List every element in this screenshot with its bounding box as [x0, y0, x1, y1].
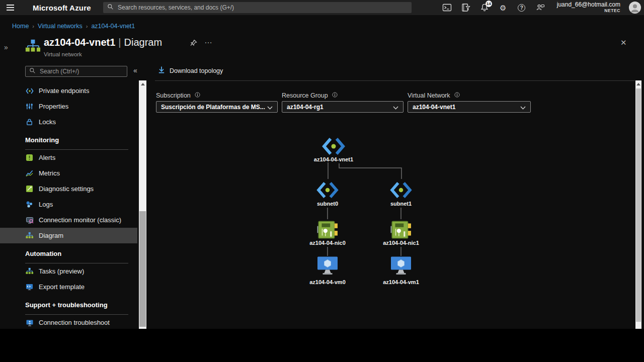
subscription-dropdown[interactable]: Suscripción de Plataformas de MS...: [156, 101, 278, 113]
sidebar-item-connection-monitor-classic[interactable]: Connection monitor (classic): [0, 212, 137, 228]
sidebar-item-label: Export template: [39, 283, 85, 291]
vm0-node-icon[interactable]: [316, 256, 339, 278]
virtual-network-value: az104-04-vnet1: [413, 104, 520, 111]
sidebar-item-label: Connection monitor (classic): [39, 216, 121, 224]
avatar[interactable]: [629, 2, 641, 14]
sidebar-item-properties[interactable]: Properties: [0, 99, 137, 114]
vm1-node-icon[interactable]: [389, 256, 413, 278]
sidebar-item-metrics[interactable]: Metrics: [0, 165, 137, 181]
sidebar-section-monitoring: Monitoring: [25, 135, 128, 150]
sidebar-item-alerts[interactable]: Alerts: [0, 150, 137, 165]
top-bar: Microsoft Azure 14 ⚙ ? juand: [0, 0, 644, 15]
nic1-node-icon[interactable]: [390, 219, 412, 242]
content-scrollbar-thumb[interactable]: [636, 88, 641, 322]
chevron-down-icon: [393, 103, 398, 112]
sidebar-item-private-endpoints[interactable]: Private endpoints: [0, 83, 137, 99]
account-tenant: NETEC: [557, 9, 620, 14]
vm0-node-label: az104-04-vm0: [292, 279, 363, 285]
collapse-menu-icon[interactable]: «: [133, 66, 137, 74]
logs-icon: [25, 200, 34, 209]
subnet1-node-icon[interactable]: [389, 182, 413, 201]
breadcrumb-current[interactable]: az104-04-vnet1: [91, 23, 135, 30]
resource-group-value: az104-04-rg1: [287, 104, 393, 111]
more-options-icon[interactable]: …: [204, 36, 213, 45]
nic0-node-label: az104-04-nic0: [292, 240, 363, 246]
breadcrumb-separator-icon: ›: [32, 23, 34, 29]
sidebar-section-automation: Automation: [25, 248, 128, 263]
title-separator: |: [118, 37, 121, 48]
resource-group-label: Resource Group: [282, 92, 338, 100]
properties-icon: [25, 102, 34, 111]
subnet1-node-label: subnet1: [366, 201, 436, 207]
global-search-bar[interactable]: [103, 2, 412, 13]
blade-menu: Private endpoints Properties Locks Monit…: [0, 83, 137, 329]
alerts-icon: [25, 153, 34, 162]
blade-search-input[interactable]: [39, 67, 123, 75]
sidebar-scrollbar-thumb[interactable]: [139, 211, 146, 327]
hamburger-menu-icon[interactable]: [0, 0, 20, 15]
notifications-bell-icon[interactable]: 14: [479, 3, 490, 13]
sidebar-item-logs[interactable]: Logs: [0, 197, 137, 212]
resource-group-dropdown[interactable]: az104-04-rg1: [282, 101, 404, 113]
virtual-network-label: Virtual Network: [408, 92, 460, 100]
nic1-node-label: az104-04-nic1: [366, 240, 436, 246]
virtual-network-dropdown[interactable]: az104-04-vnet1: [408, 101, 531, 113]
connection-monitor-icon: [25, 216, 34, 224]
resource-name: az104-04-vnet1: [44, 37, 115, 48]
sidebar-item-diagnostic-settings[interactable]: Diagnostic settings: [0, 181, 137, 197]
azure-portal-window: Microsoft Azure 14 ⚙ ? juand: [0, 0, 644, 329]
sidebar-item-tasks-preview[interactable]: Tasks (preview): [0, 263, 137, 279]
subscription-value: Suscripción de Plataformas de MS...: [161, 104, 267, 111]
pin-icon[interactable]: [190, 39, 197, 49]
sidebar-item-label: Connection troubleshoot: [39, 319, 110, 326]
content-scrollbar-up-icon[interactable]: [635, 80, 641, 87]
sidebar-item-label: Diagram: [39, 232, 63, 239]
diagnostic-settings-icon: [25, 185, 34, 193]
notification-count-badge: 14: [486, 1, 492, 7]
sidebar-item-label: Private endpoints: [39, 87, 89, 95]
sidebar-item-export-template[interactable]: Export template: [0, 279, 137, 295]
sidebar-item-label: Logs: [39, 201, 53, 208]
private-endpoint-icon: [25, 86, 34, 95]
expand-panel-icon[interactable]: »: [4, 43, 8, 51]
sidebar-item-label: Metrics: [39, 169, 60, 177]
account-email: juand_66@hotmail.com: [557, 2, 620, 9]
metrics-icon: [25, 169, 34, 177]
cloud-shell-icon[interactable]: [442, 3, 452, 13]
chevron-down-icon: [267, 103, 273, 112]
sidebar-item-connection-troubleshoot[interactable]: Connection troubleshoot: [0, 315, 137, 329]
search-icon: [29, 67, 36, 76]
vnet-node-label: az104-04-vnet1: [298, 156, 369, 162]
download-topology-button[interactable]: Download topology: [157, 66, 223, 75]
sidebar-scrollbar-up-icon[interactable]: [139, 80, 146, 88]
breadcrumb-home[interactable]: Home: [12, 23, 29, 30]
vm1-node-label: az104-04-vm1: [366, 279, 436, 285]
virtual-network-resource-icon: [25, 39, 40, 56]
subnet0-node-icon[interactable]: [316, 182, 339, 201]
sidebar-item-locks[interactable]: Locks: [0, 114, 137, 130]
sidebar-item-label: Locks: [39, 118, 56, 126]
subscription-label: Subscription: [156, 92, 201, 100]
sidebar-item-label: Tasks (preview): [39, 267, 84, 275]
connection-troubleshoot-icon: [25, 318, 34, 327]
download-topology-label: Download topology: [170, 67, 223, 74]
blade-search-box[interactable]: [25, 66, 127, 77]
global-search-input[interactable]: [117, 4, 408, 12]
download-icon: [157, 66, 166, 75]
directory-filter-icon[interactable]: [461, 3, 471, 13]
info-icon: [194, 92, 201, 100]
tasks-icon: [25, 267, 34, 276]
azure-logo[interactable]: Microsoft Azure: [33, 4, 91, 12]
close-blade-icon[interactable]: ✕: [620, 38, 627, 47]
nic0-node-icon[interactable]: [317, 219, 338, 242]
sidebar-item-label: Diagnostic settings: [39, 185, 94, 193]
feedback-icon[interactable]: [535, 3, 545, 13]
breadcrumb-virtual-networks[interactable]: Virtual networks: [38, 23, 83, 30]
vnet-node-icon[interactable]: [322, 137, 345, 158]
toolbar-divider: [155, 80, 635, 81]
account-info[interactable]: juand_66@hotmail.com NETEC: [557, 2, 620, 14]
sidebar-item-diagram[interactable]: Diagram: [0, 228, 137, 243]
settings-gear-icon[interactable]: ⚙: [498, 3, 508, 13]
help-icon[interactable]: ?: [517, 3, 527, 13]
breadcrumb-separator-icon: ›: [86, 23, 88, 29]
